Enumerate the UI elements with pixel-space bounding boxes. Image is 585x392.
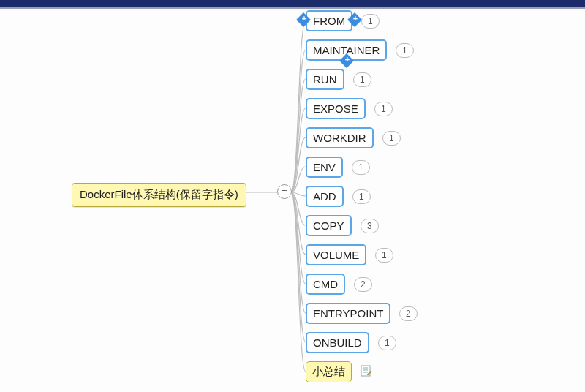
child-node-label: ENV [313,161,336,173]
child-node[interactable]: WORKDIR [306,127,374,148]
count-badge-value: 1 [360,75,365,85]
window-title-bar [0,0,585,9]
child-node[interactable]: RUN [306,69,344,90]
collapse-toggle[interactable]: − [277,184,292,199]
root-node[interactable]: DockerFile体系结构(保留字指令) [72,183,246,207]
child-node-label: ADD [313,190,336,203]
collapse-symbol: − [282,185,287,196]
child-node[interactable]: EXPOSE [306,98,366,119]
count-badge: 1 [382,131,401,146]
child-node-label: RUN [313,73,337,86]
child-node[interactable]: VOLUME [306,244,366,265]
child-node-label: VOLUME [313,249,359,261]
count-badge-value: 1 [359,192,364,202]
child-node[interactable]: ENTRYPOINT [306,303,390,324]
child-node[interactable]: ONBUILD [306,332,369,353]
count-badge: 1 [352,160,370,175]
count-badge: 1 [352,189,371,204]
count-badge-value: 3 [367,221,372,231]
count-badge: 2 [399,306,418,321]
child-node[interactable]: ENV [306,157,343,178]
count-badge: 1 [378,336,396,350]
child-node-label: CMD [313,278,338,290]
child-node-label: FROM [313,15,345,27]
count-badge-value: 2 [406,309,411,319]
child-node-label: WORKDIR [313,132,366,144]
count-badge-value: 1 [385,338,390,348]
count-badge-value: 1 [368,16,373,26]
count-badge-value: 1 [358,162,363,173]
count-badge: 1 [353,72,371,87]
root-node-label: DockerFile体系结构(保留字指令) [80,188,238,200]
count-badge-value: 2 [361,279,366,290]
count-badge: 1 [374,102,393,116]
count-badge: 1 [375,248,393,263]
count-badge: 1 [361,14,380,29]
child-node[interactable]: CMD [306,274,345,295]
child-node[interactable]: FROM [306,10,352,31]
count-badge: 2 [354,277,372,292]
count-badge-value: 1 [389,133,394,143]
child-node-label: ONBUILD [313,336,362,349]
child-node[interactable]: 小总结 [306,361,352,382]
count-badge-value: 1 [382,250,387,260]
child-node-label: EXPOSE [313,102,358,115]
count-badge: 3 [361,219,379,233]
child-node-label: 小总结 [312,365,345,377]
count-badge-value: 1 [402,45,407,56]
count-badge: 1 [396,43,414,58]
child-node[interactable]: COPY [306,215,352,236]
child-node[interactable]: ADD [306,186,344,207]
mindmap-canvas: DockerFile体系结构(保留字指令) − FROM1MAINTAINER1… [0,9,585,392]
edit-icon[interactable] [361,365,372,377]
count-badge-value: 1 [381,104,386,114]
child-node-label: ENTRYPOINT [313,307,383,320]
child-node-label: COPY [313,219,344,232]
